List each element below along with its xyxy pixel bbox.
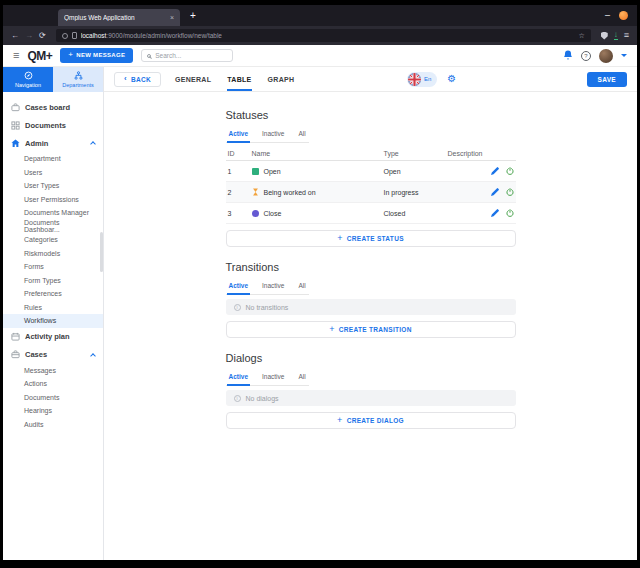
statuses-title: Statuses: [226, 109, 516, 121]
tab-inactive[interactable]: Inactive: [260, 279, 286, 295]
sidebar-item-documents[interactable]: Documents: [3, 116, 103, 134]
sidebar-subitem[interactable]: Riskmodels: [3, 247, 103, 261]
deactivate-power-icon[interactable]: [506, 209, 514, 217]
sidebar-subitem[interactable]: Department: [3, 152, 103, 166]
sidebar-scrollbar[interactable]: [100, 232, 103, 272]
col-name: Name: [252, 150, 384, 157]
url-text[interactable]: localhost:9000/module/admin/workflow/new…: [81, 32, 222, 39]
edit-pencil-icon[interactable]: [491, 209, 499, 217]
search-box[interactable]: [141, 49, 233, 62]
sidebar-subitem[interactable]: User Types: [3, 179, 103, 193]
browser-menu-icon[interactable]: ≡: [624, 31, 629, 40]
compass-icon: [24, 71, 33, 80]
sidebar-item-cases[interactable]: Cases: [3, 346, 103, 364]
tab-graph[interactable]: GRAPH: [268, 67, 295, 91]
edit-pencil-icon[interactable]: [491, 188, 499, 196]
sidebar-item-label: Admin: [25, 139, 48, 148]
sidebar-item-activity-plan[interactable]: Activity plan: [3, 328, 103, 346]
sidebar-subitem[interactable]: Preferences: [3, 287, 103, 301]
hamburger-menu-icon[interactable]: ≡: [13, 50, 19, 61]
sidebar-subitem[interactable]: Documents Dashboar...: [3, 220, 103, 234]
sidebar-subitem[interactable]: User Permissions: [3, 193, 103, 207]
gear-icon[interactable]: ⚙: [447, 74, 456, 84]
table-row[interactable]: 1 Open Open: [226, 161, 516, 182]
deactivate-power-icon[interactable]: [506, 167, 514, 175]
sidebar-item-admin[interactable]: Admin: [3, 134, 103, 152]
window-close-button[interactable]: [619, 11, 628, 20]
workflow-tabs: GENERAL TABLE GRAPH: [175, 67, 294, 91]
forward-arrow-icon[interactable]: →: [25, 32, 33, 40]
language-selector[interactable]: En ⚙: [407, 72, 456, 87]
statuses-tabs: Active Inactive All: [226, 127, 309, 143]
save-button[interactable]: SAVE: [587, 72, 627, 87]
tab-all[interactable]: All: [296, 279, 307, 295]
tab-active[interactable]: Active: [227, 370, 251, 386]
transitions-empty-label: No transitions: [246, 304, 289, 311]
site-info-icon[interactable]: [62, 33, 68, 39]
tab-active[interactable]: Active: [227, 127, 251, 143]
sidebar-subitem[interactable]: Documents Manager: [3, 206, 103, 220]
back-arrow-icon[interactable]: ←: [11, 32, 19, 40]
edit-pencil-icon[interactable]: [491, 167, 499, 175]
sidebar-item-label: Activity plan: [25, 332, 70, 341]
sidebar-item-cases-board[interactable]: Cases board: [3, 98, 103, 116]
sidebar-subitem[interactable]: Audits: [3, 418, 103, 432]
deactivate-power-icon[interactable]: [506, 188, 514, 196]
tab-active[interactable]: Active: [227, 279, 251, 295]
reload-icon[interactable]: ⟳: [39, 32, 46, 40]
tab-general[interactable]: GENERAL: [175, 67, 211, 91]
tab-inactive[interactable]: Inactive: [260, 127, 286, 143]
create-transition-label: CREATE TRANSITION: [339, 326, 412, 333]
info-icon: i: [234, 304, 241, 311]
tab-inactive[interactable]: Inactive: [260, 370, 286, 386]
dialogs-title: Dialogs: [226, 352, 516, 364]
sidebar-subitem[interactable]: Users: [3, 166, 103, 180]
tab-departments[interactable]: Departments: [53, 67, 103, 92]
create-dialog-button[interactable]: + CREATE DIALOG: [226, 412, 516, 429]
language-pill[interactable]: En: [407, 72, 437, 87]
sidebar-subitem[interactable]: Documents: [3, 391, 103, 405]
sidebar-subitem[interactable]: Forms: [3, 260, 103, 274]
sidebar-subitem-workflows[interactable]: Workflows: [3, 314, 103, 328]
window-minimize-button[interactable]: –: [605, 11, 610, 20]
grid-icon: [11, 121, 20, 130]
table-row[interactable]: 2 Being worked on In progress: [226, 182, 516, 203]
table-row[interactable]: 3 Close Closed: [226, 203, 516, 224]
app-logo[interactable]: QM+: [27, 49, 52, 63]
transitions-title: Transitions: [226, 261, 516, 273]
chevron-down-icon[interactable]: [621, 54, 627, 57]
dialogs-empty-label: No dialogs: [246, 395, 279, 402]
new-message-button[interactable]: + NEW MESSAGE: [60, 48, 133, 62]
bell-icon[interactable]: [563, 50, 573, 61]
chevron-up-icon[interactable]: [90, 141, 96, 147]
sidebar-subitem[interactable]: Messages: [3, 364, 103, 378]
sidebar-subitem[interactable]: Form Types: [3, 274, 103, 288]
create-transition-button[interactable]: + CREATE TRANSITION: [226, 321, 516, 338]
tab-table[interactable]: TABLE: [227, 67, 251, 91]
sidebar-item-label: Cases board: [25, 103, 70, 112]
tab-navigation[interactable]: Navigation: [3, 67, 53, 92]
sidebar-subitem[interactable]: Actions: [3, 377, 103, 391]
chevron-up-icon[interactable]: [90, 353, 96, 359]
bookmark-star-icon[interactable]: ☆: [578, 32, 584, 40]
url-bar[interactable]: localhost:9000/module/admin/workflow/new…: [56, 29, 591, 42]
browser-tab[interactable]: Qmplus Web Application ×: [58, 9, 180, 26]
back-button[interactable]: ‹ BACK: [114, 72, 161, 87]
avatar[interactable]: [599, 49, 613, 63]
create-status-button[interactable]: + CREATE STATUS: [226, 230, 516, 247]
plus-icon: +: [68, 52, 73, 58]
shield-icon[interactable]: [601, 32, 608, 40]
tab-all[interactable]: All: [296, 127, 307, 143]
search-input[interactable]: [155, 52, 227, 59]
sidebar-subitem[interactable]: Hearings: [3, 404, 103, 418]
dialogs-tabs: Active Inactive All: [226, 370, 309, 386]
download-icon[interactable]: ↓: [614, 31, 618, 40]
tab-all[interactable]: All: [296, 370, 307, 386]
help-icon[interactable]: ?: [581, 51, 591, 61]
browser-tabstrip: Qmplus Web Application × + –: [3, 5, 637, 26]
tab-close-icon[interactable]: ×: [170, 14, 174, 21]
sidebar-subitem[interactable]: Categories: [3, 233, 103, 247]
new-tab-button[interactable]: +: [190, 10, 196, 21]
sidebar-subitem[interactable]: Rules: [3, 301, 103, 315]
transitions-tabs: Active Inactive All: [226, 279, 309, 295]
